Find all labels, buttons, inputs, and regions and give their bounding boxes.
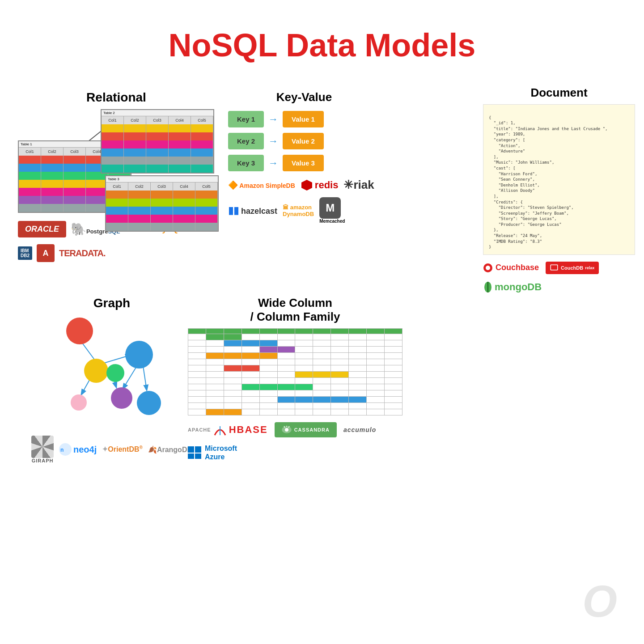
couchdb-logo: CouchDBrelax [546, 262, 599, 274]
azure-logo: MicrosoftAzure [188, 444, 237, 461]
table2: Table 2 Col1Col2Col3Col4Col5 [101, 109, 214, 174]
mongodb-logo: mongoDB [483, 281, 542, 293]
node-pink [71, 394, 87, 411]
svg-point-22 [285, 428, 288, 432]
relational-section: Relational Table 1 Col1Col2Col3Col4Col5 [18, 90, 215, 262]
kv-value-3: Value 3 [283, 155, 324, 171]
doc-logos: Couchbase CouchDBrelax mongoDB [483, 262, 635, 293]
kv-arrow-3: → [268, 157, 278, 169]
kv-arrow-2: → [268, 136, 278, 147]
svg-rect-8 [551, 265, 557, 270]
access-logo: A [37, 244, 55, 262]
svg-rect-29 [195, 453, 201, 459]
giraph-logo: GIRAPH [31, 436, 54, 463]
svg-line-16 [143, 366, 147, 390]
doc-section: Document { "_id": 1, "title": "Indiana J… [483, 86, 635, 293]
doc-title: Document [483, 86, 635, 100]
kv-row-1: Key 1 → Value 1 [228, 111, 380, 127]
dynamodb-logo: 🏛 amazonDynamoDB [283, 204, 314, 217]
svg-rect-26 [188, 446, 194, 453]
node-purple [111, 387, 132, 409]
svg-rect-28 [188, 453, 194, 459]
wc-title: Wide Column/ Column Family [188, 296, 402, 324]
orientdb-logo: ✦OrientDB® [102, 445, 143, 453]
kv-value-2: Value 2 [283, 133, 324, 149]
content-area: Relational Table 1 Col1Col2Col3Col4Col5 [0, 81, 644, 644]
table-diagram: Table 1 Col1Col2Col3Col4Col5 Table 2 Col… [18, 109, 206, 216]
relational-title: Relational [18, 90, 215, 105]
arangodb-logo: 🍂ArangoDB [148, 445, 192, 454]
kv-logos: 🔶 Amazon SimpleDB redis ✳riak ▮▮ hazelca… [228, 178, 380, 224]
kv-key-3: Key 3 [228, 155, 264, 171]
oracle-logo: ORACLE [18, 221, 66, 237]
kv-row-3: Key 3 → Value 3 [228, 155, 380, 171]
kv-key-2: Key 2 [228, 133, 264, 149]
svg-rect-27 [195, 446, 201, 453]
kv-row-2: Key 2 → Value 2 [228, 133, 380, 149]
db2-logo: IBMDB2 [18, 246, 32, 260]
table3-label: Table 3 [106, 176, 218, 182]
graph-section: Graph [18, 296, 206, 463]
accumulo-logo: accumulo [343, 426, 376, 433]
simpledb-logo: 🔶 Amazon SimpleDB [228, 180, 295, 190]
memcached-logo: M Memcached [319, 197, 345, 224]
svg-point-6 [486, 266, 490, 270]
svg-marker-4 [301, 180, 312, 191]
kv-section: Key-Value Key 1 → Value 1 Key 2 → Value … [228, 90, 380, 224]
graph-canvas [45, 315, 179, 431]
kv-key-1: Key 1 [228, 111, 264, 127]
wc-table [188, 328, 402, 415]
node-blue [125, 341, 153, 369]
graph-logos: GIRAPH n neo4j ✦OrientDB® 🍂ArangoDB [18, 436, 206, 463]
kv-title: Key-Value [228, 90, 380, 104]
relational-logos2: IBMDB2 A TERADATA. [18, 244, 215, 262]
cassandra-logo: CASSANDRA [275, 422, 337, 437]
svg-text:n: n [60, 447, 64, 453]
watermark: O [582, 576, 617, 627]
table3: Table 3 Col1Col2Col3Col4Col5 [105, 175, 219, 232]
riak-logo: ✳riak [343, 178, 374, 192]
couchbase-logo: Couchbase [483, 263, 539, 273]
hbase-logo: APACHE HBASE [188, 423, 268, 437]
teradata-logo: TERADATA. [59, 248, 106, 258]
page-title: NoSQL Data Models [0, 0, 644, 81]
node-red [66, 318, 93, 344]
redis-logo: redis [301, 179, 339, 191]
kv-value-1: Value 1 [283, 111, 324, 127]
kv-arrow-1: → [268, 114, 278, 125]
table2-label: Table 2 [102, 110, 213, 116]
hazelcast-logo: ▮▮ hazelcast [228, 205, 277, 216]
wc-logos: APACHE HBASE CASSANDRA [188, 422, 402, 461]
node-cyan [137, 391, 161, 415]
wc-section: Wide Column/ Column Family APACHE HBASE [188, 296, 402, 461]
doc-json: { "_id": 1, "title": "Indiana Jones and … [483, 104, 635, 255]
neo4j-logo: n neo4j [59, 443, 97, 456]
node-yellow [84, 359, 108, 383]
graph-title: Graph [18, 296, 206, 310]
node-green [106, 364, 124, 382]
